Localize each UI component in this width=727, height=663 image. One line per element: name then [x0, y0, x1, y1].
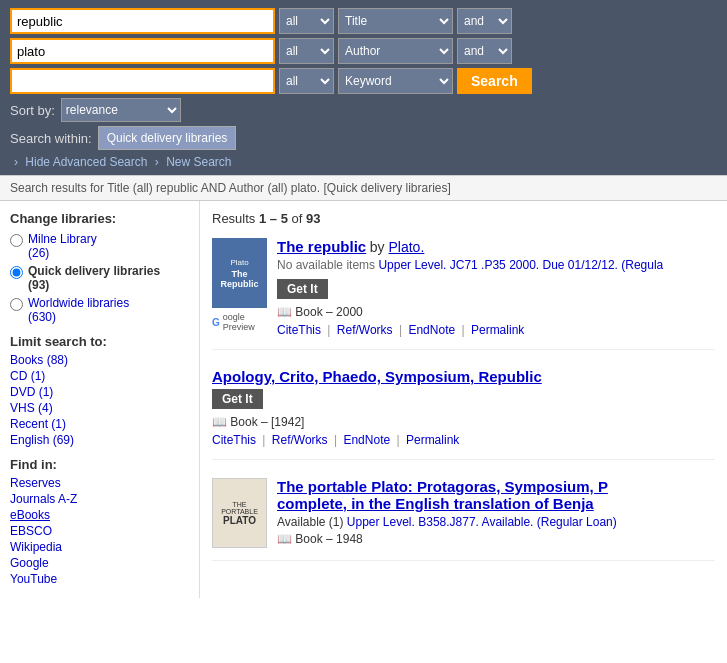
cite-this-2[interactable]: CiteThis [212, 433, 256, 447]
search-row-2: all Author and [10, 38, 717, 64]
result-item-2: Apology, Crito, Phaedo, Symposium, Repub… [212, 368, 715, 460]
book-icon-1: 📖 [277, 305, 292, 319]
result-title-row-2: Apology, Crito, Phaedo, Symposium, Repub… [212, 368, 715, 385]
endnote-1[interactable]: EndNote [408, 323, 455, 337]
result-author-1: by Plato. [370, 239, 425, 255]
results-range: 1 – 5 [259, 211, 288, 226]
library-item-worldwide: Worldwide libraries(630) [10, 296, 189, 324]
find-journals[interactable]: Journals A-Z [10, 492, 189, 506]
field-select-2[interactable]: Author [338, 38, 453, 64]
within-label: Search within: [10, 131, 92, 146]
google-icon: G [212, 317, 220, 328]
library-radio-milne[interactable] [10, 234, 23, 247]
result-inner-3: THE PORTABLE PLATO The portable Plato: P… [212, 478, 715, 548]
change-libraries-heading: Change libraries: [10, 211, 189, 226]
result-cover-1: Plato The Republic G ooglePreview [212, 238, 267, 337]
limit-dvd[interactable]: DVD (1) [10, 385, 189, 399]
sort-select[interactable]: relevance title date [61, 98, 181, 122]
find-reserves[interactable]: Reserves [10, 476, 189, 490]
within-button[interactable]: Quick delivery libraries [98, 126, 237, 150]
result-title-3b[interactable]: complete, in the English translation of … [277, 495, 594, 512]
library-radio-quick[interactable] [10, 266, 23, 279]
result-cover-3: THE PORTABLE PLATO [212, 478, 267, 548]
new-search-link[interactable]: New Search [166, 155, 231, 169]
book-cover-portable: THE PORTABLE PLATO [212, 478, 267, 548]
find-google[interactable]: Google [10, 556, 189, 570]
ref-works-1[interactable]: Ref/Works [337, 323, 393, 337]
library-item-milne: Milne Library(26) [10, 232, 189, 260]
search-button[interactable]: Search [457, 68, 532, 94]
bool-select-2[interactable]: and [457, 38, 512, 64]
location-link-3[interactable]: Upper Level. B358.J877. Available. (Regu… [347, 515, 617, 529]
book-icon-2: 📖 [212, 415, 227, 429]
find-ebsco[interactable]: EBSCO [10, 524, 189, 538]
search-input-2[interactable] [10, 38, 275, 64]
sort-label: Sort by: [10, 103, 55, 118]
arrow-icon: › [14, 155, 18, 169]
limit-vhs[interactable]: VHS (4) [10, 401, 189, 415]
find-ebooks[interactable]: eBooks [10, 508, 189, 522]
within-row: Search within: Quick delivery libraries [10, 126, 717, 150]
ref-works-2[interactable]: Ref/Works [272, 433, 328, 447]
adv-links: › Hide Advanced Search › New Search [10, 155, 717, 169]
find-in-heading: Find in: [10, 457, 189, 472]
google-preview-1[interactable]: G ooglePreview [212, 312, 267, 332]
limit-recent[interactable]: Recent (1) [10, 417, 189, 431]
search-row-1: all Title and [10, 8, 717, 34]
result-type-2: 📖 Book – [1942] [212, 415, 715, 429]
field-select-1[interactable]: Title [338, 8, 453, 34]
get-it-button-1[interactable]: Get It [277, 279, 328, 299]
result-details-2: Apology, Crito, Phaedo, Symposium, Repub… [212, 368, 715, 447]
results-bar-text: Search results for Title (all) republic … [10, 181, 451, 195]
library-link-worldwide[interactable]: Worldwide libraries(630) [28, 296, 129, 324]
limit-heading: Limit search to: [10, 334, 189, 349]
get-it-button-2[interactable]: Get It [212, 389, 263, 409]
search-area: all Title and all Author and all Keyword… [0, 0, 727, 175]
permalink-1[interactable]: Permalink [471, 323, 524, 337]
scope-select-3[interactable]: all [279, 68, 334, 94]
library-count-worldwide: (630) [28, 310, 56, 324]
results-list: Results 1 – 5 of 93 Plato The Republic G… [200, 201, 727, 598]
endnote-2[interactable]: EndNote [343, 433, 390, 447]
result-title-2[interactable]: Apology, Crito, Phaedo, Symposium, Repub… [212, 368, 542, 385]
scope-select-1[interactable]: all [279, 8, 334, 34]
results-of: of [292, 211, 306, 226]
result-item-1: Plato The Republic G ooglePreview The re… [212, 238, 715, 350]
available-text-3: Available (1) Upper Level. B358.J877. Av… [277, 515, 715, 529]
result-actions-2: CiteThis | Ref/Works | EndNote | Permali… [212, 433, 715, 447]
library-name-quick: Quick delivery libraries(93) [28, 264, 160, 292]
results-bar: Search results for Title (all) republic … [0, 175, 727, 201]
sidebar: Change libraries: Milne Library(26) Quic… [0, 201, 200, 598]
result-title-1[interactable]: The republic [277, 238, 366, 255]
field-select-3[interactable]: Keyword [338, 68, 453, 94]
author-link-1[interactable]: Plato. [389, 239, 425, 255]
scope-select-2[interactable]: all [279, 38, 334, 64]
limit-books[interactable]: Books (88) [10, 353, 189, 367]
search-input-1[interactable] [10, 8, 275, 34]
library-radio-worldwide[interactable] [10, 298, 23, 311]
find-wikipedia[interactable]: Wikipedia [10, 540, 189, 554]
google-preview-label: ooglePreview [223, 312, 255, 332]
book-icon-3: 📖 [277, 532, 292, 546]
hide-advanced-link[interactable]: Hide Advanced Search [25, 155, 147, 169]
main-content: Change libraries: Milne Library(26) Quic… [0, 201, 727, 598]
book-cover-republic: Plato The Republic [212, 238, 267, 308]
limit-cd[interactable]: CD (1) [10, 369, 189, 383]
results-label: Results [212, 211, 259, 226]
cite-this-1[interactable]: CiteThis [277, 323, 321, 337]
search-row-3: all Keyword Search [10, 68, 717, 94]
result-title-row-3: The portable Plato: Protagoras, Symposiu… [277, 478, 715, 512]
result-title-3[interactable]: The portable Plato: Protagoras, Symposiu… [277, 478, 608, 495]
find-youtube[interactable]: YouTube [10, 572, 189, 586]
results-total: 93 [306, 211, 320, 226]
permalink-2[interactable]: Permalink [406, 433, 459, 447]
library-link-milne[interactable]: Milne Library(26) [28, 232, 97, 260]
bool-select-1[interactable]: and [457, 8, 512, 34]
result-type-3: 📖 Book – 1948 [277, 532, 715, 546]
location-link-1[interactable]: Upper Level. JC71 .P35 2000. Due 01/12/1… [378, 258, 663, 272]
find-in-section: Find in: Reserves Journals A-Z eBooks EB… [10, 457, 189, 586]
result-actions-1: CiteThis | Ref/Works | EndNote | Permali… [277, 323, 715, 337]
limit-english[interactable]: English (69) [10, 433, 189, 447]
result-item-3: THE PORTABLE PLATO The portable Plato: P… [212, 478, 715, 561]
search-input-3[interactable] [10, 68, 275, 94]
